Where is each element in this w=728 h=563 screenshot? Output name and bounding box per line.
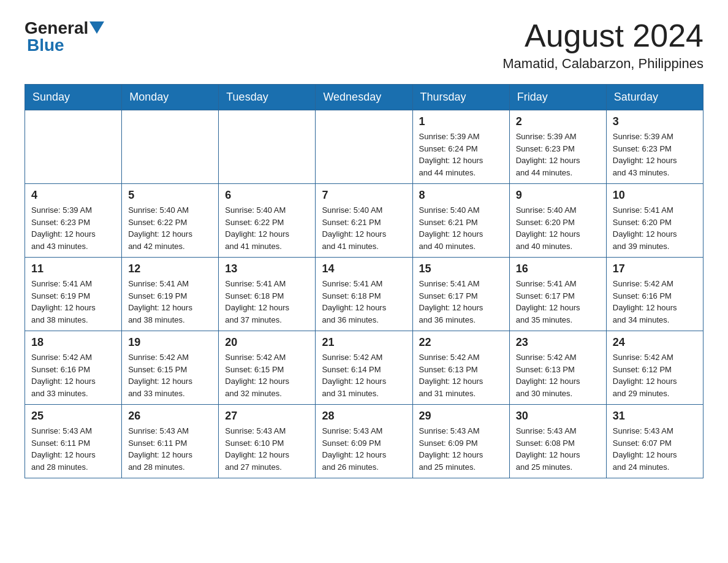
day-number: 15 <box>419 262 503 275</box>
column-header-wednesday: Wednesday <box>316 85 412 110</box>
calendar-cell <box>25 110 122 184</box>
calendar-cell: 2Sunrise: 5:39 AM Sunset: 6:23 PM Daylig… <box>509 110 606 184</box>
calendar-cell: 17Sunrise: 5:42 AM Sunset: 6:16 PM Dayli… <box>606 258 703 331</box>
day-number: 9 <box>516 189 600 202</box>
day-info: Sunrise: 5:40 AM Sunset: 6:21 PM Dayligh… <box>322 204 406 252</box>
day-number: 24 <box>613 336 697 349</box>
day-info: Sunrise: 5:40 AM Sunset: 6:22 PM Dayligh… <box>225 204 309 252</box>
calendar-cell: 28Sunrise: 5:43 AM Sunset: 6:09 PM Dayli… <box>316 405 412 478</box>
calendar-cell: 10Sunrise: 5:41 AM Sunset: 6:20 PM Dayli… <box>606 184 703 258</box>
column-header-friday: Friday <box>509 85 606 110</box>
header-right: August 2024 Mamatid, Calabarzon, Philipp… <box>502 18 703 72</box>
column-header-monday: Monday <box>122 85 219 110</box>
month-title: August 2024 <box>502 18 703 53</box>
calendar-cell: 6Sunrise: 5:40 AM Sunset: 6:22 PM Daylig… <box>219 184 316 258</box>
calendar-cell: 11Sunrise: 5:41 AM Sunset: 6:19 PM Dayli… <box>25 258 122 331</box>
day-info: Sunrise: 5:40 AM Sunset: 6:22 PM Dayligh… <box>128 204 212 252</box>
column-header-saturday: Saturday <box>606 85 703 110</box>
day-info: Sunrise: 5:42 AM Sunset: 6:13 PM Dayligh… <box>516 351 600 399</box>
calendar-week-2: 4Sunrise: 5:39 AM Sunset: 6:23 PM Daylig… <box>25 184 703 258</box>
day-number: 13 <box>225 262 309 275</box>
calendar-table: SundayMondayTuesdayWednesdayThursdayFrid… <box>25 84 703 478</box>
day-info: Sunrise: 5:41 AM Sunset: 6:17 PM Dayligh… <box>516 278 600 326</box>
day-info: Sunrise: 5:43 AM Sunset: 6:09 PM Dayligh… <box>322 425 406 473</box>
calendar-week-3: 11Sunrise: 5:41 AM Sunset: 6:19 PM Dayli… <box>25 258 703 331</box>
calendar-cell: 20Sunrise: 5:42 AM Sunset: 6:15 PM Dayli… <box>219 331 316 405</box>
calendar-cell: 29Sunrise: 5:43 AM Sunset: 6:09 PM Dayli… <box>412 405 509 478</box>
day-number: 29 <box>419 410 503 423</box>
logo-triangle-icon <box>89 21 104 36</box>
calendar-cell: 5Sunrise: 5:40 AM Sunset: 6:22 PM Daylig… <box>122 184 219 258</box>
column-header-tuesday: Tuesday <box>219 85 316 110</box>
calendar-cell: 1Sunrise: 5:39 AM Sunset: 6:24 PM Daylig… <box>412 110 509 184</box>
day-info: Sunrise: 5:41 AM Sunset: 6:18 PM Dayligh… <box>322 278 406 326</box>
day-number: 22 <box>419 336 503 349</box>
day-info: Sunrise: 5:41 AM Sunset: 6:17 PM Dayligh… <box>419 278 503 326</box>
calendar-cell: 22Sunrise: 5:42 AM Sunset: 6:13 PM Dayli… <box>412 331 509 405</box>
calendar-cell: 16Sunrise: 5:41 AM Sunset: 6:17 PM Dayli… <box>509 258 606 331</box>
calendar-cell: 14Sunrise: 5:41 AM Sunset: 6:18 PM Dayli… <box>316 258 412 331</box>
day-number: 18 <box>31 336 115 349</box>
day-number: 11 <box>31 262 115 275</box>
day-info: Sunrise: 5:42 AM Sunset: 6:14 PM Dayligh… <box>322 351 406 399</box>
calendar-cell: 27Sunrise: 5:43 AM Sunset: 6:10 PM Dayli… <box>219 405 316 478</box>
day-info: Sunrise: 5:39 AM Sunset: 6:24 PM Dayligh… <box>419 131 503 178</box>
day-number: 1 <box>419 115 503 128</box>
calendar-cell: 7Sunrise: 5:40 AM Sunset: 6:21 PM Daylig… <box>316 184 412 258</box>
day-number: 5 <box>128 189 212 202</box>
calendar-cell: 23Sunrise: 5:42 AM Sunset: 6:13 PM Dayli… <box>509 331 606 405</box>
day-number: 14 <box>322 262 406 275</box>
day-number: 8 <box>419 189 503 202</box>
calendar-week-1: 1Sunrise: 5:39 AM Sunset: 6:24 PM Daylig… <box>25 110 703 184</box>
calendar-week-5: 25Sunrise: 5:43 AM Sunset: 6:11 PM Dayli… <box>25 405 703 478</box>
calendar-cell: 19Sunrise: 5:42 AM Sunset: 6:15 PM Dayli… <box>122 331 219 405</box>
day-info: Sunrise: 5:42 AM Sunset: 6:15 PM Dayligh… <box>128 351 212 399</box>
day-info: Sunrise: 5:39 AM Sunset: 6:23 PM Dayligh… <box>31 204 115 252</box>
calendar-cell: 25Sunrise: 5:43 AM Sunset: 6:11 PM Dayli… <box>25 405 122 478</box>
calendar-cell: 4Sunrise: 5:39 AM Sunset: 6:23 PM Daylig… <box>25 184 122 258</box>
day-info: Sunrise: 5:41 AM Sunset: 6:19 PM Dayligh… <box>31 278 115 326</box>
day-info: Sunrise: 5:43 AM Sunset: 6:11 PM Dayligh… <box>31 425 115 473</box>
day-number: 23 <box>516 336 600 349</box>
day-info: Sunrise: 5:40 AM Sunset: 6:20 PM Dayligh… <box>516 204 600 252</box>
day-number: 27 <box>225 410 309 423</box>
day-number: 28 <box>322 410 406 423</box>
column-header-thursday: Thursday <box>412 85 509 110</box>
calendar-cell: 31Sunrise: 5:43 AM Sunset: 6:07 PM Dayli… <box>606 405 703 478</box>
logo: General Blue <box>25 18 104 55</box>
calendar-cell: 24Sunrise: 5:42 AM Sunset: 6:12 PM Dayli… <box>606 331 703 405</box>
day-info: Sunrise: 5:41 AM Sunset: 6:18 PM Dayligh… <box>225 278 309 326</box>
calendar-cell <box>219 110 316 184</box>
day-number: 25 <box>31 410 115 423</box>
calendar-header-row: SundayMondayTuesdayWednesdayThursdayFrid… <box>25 85 703 110</box>
svg-marker-0 <box>89 21 104 34</box>
calendar-cell: 18Sunrise: 5:42 AM Sunset: 6:16 PM Dayli… <box>25 331 122 405</box>
day-number: 16 <box>516 262 600 275</box>
calendar-cell: 26Sunrise: 5:43 AM Sunset: 6:11 PM Dayli… <box>122 405 219 478</box>
logo-text-blue: Blue <box>27 36 64 55</box>
day-info: Sunrise: 5:42 AM Sunset: 6:16 PM Dayligh… <box>31 351 115 399</box>
day-number: 21 <box>322 336 406 349</box>
page-header: General Blue August 2024 Mamatid, Calaba… <box>25 18 703 72</box>
day-number: 4 <box>31 189 115 202</box>
day-number: 7 <box>322 189 406 202</box>
calendar-cell: 3Sunrise: 5:39 AM Sunset: 6:23 PM Daylig… <box>606 110 703 184</box>
day-info: Sunrise: 5:43 AM Sunset: 6:11 PM Dayligh… <box>128 425 212 473</box>
day-info: Sunrise: 5:43 AM Sunset: 6:10 PM Dayligh… <box>225 425 309 473</box>
day-number: 20 <box>225 336 309 349</box>
calendar-cell <box>122 110 219 184</box>
day-info: Sunrise: 5:40 AM Sunset: 6:21 PM Dayligh… <box>419 204 503 252</box>
calendar-cell: 13Sunrise: 5:41 AM Sunset: 6:18 PM Dayli… <box>219 258 316 331</box>
day-info: Sunrise: 5:43 AM Sunset: 6:08 PM Dayligh… <box>516 425 600 473</box>
day-number: 10 <box>613 189 697 202</box>
day-number: 26 <box>128 410 212 423</box>
day-info: Sunrise: 5:41 AM Sunset: 6:19 PM Dayligh… <box>128 278 212 326</box>
day-info: Sunrise: 5:39 AM Sunset: 6:23 PM Dayligh… <box>516 131 600 178</box>
day-number: 17 <box>613 262 697 275</box>
day-info: Sunrise: 5:42 AM Sunset: 6:13 PM Dayligh… <box>419 351 503 399</box>
day-info: Sunrise: 5:42 AM Sunset: 6:16 PM Dayligh… <box>613 278 697 326</box>
day-info: Sunrise: 5:42 AM Sunset: 6:12 PM Dayligh… <box>613 351 697 399</box>
calendar-cell: 21Sunrise: 5:42 AM Sunset: 6:14 PM Dayli… <box>316 331 412 405</box>
day-info: Sunrise: 5:39 AM Sunset: 6:23 PM Dayligh… <box>613 131 697 178</box>
day-number: 30 <box>516 410 600 423</box>
